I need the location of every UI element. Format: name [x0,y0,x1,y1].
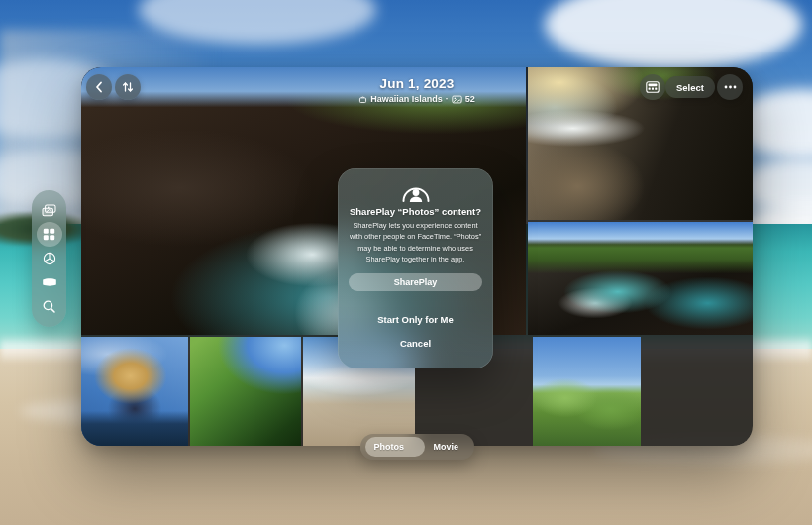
grid-view-button[interactable] [640,74,665,100]
sidebar-item-panoramas[interactable] [37,270,62,294]
photos-tab-sidebar [32,190,66,327]
select-button[interactable]: Select [665,76,715,98]
albums-grid-icon [43,228,55,241]
photo-tile-woman-overlook[interactable] [81,337,188,446]
search-icon [43,300,55,313]
panorama-icon [42,277,57,287]
photo-tile-cactus[interactable] [533,337,641,446]
cancel-button[interactable]: Cancel [338,338,493,349]
sidebar-item-spatial[interactable] [37,247,62,270]
sidebar-item-photos[interactable] [37,198,62,222]
shareplay-dialog: SharePlay “Photos” content? SharePlay le… [338,168,493,368]
sort-arrows-icon [122,81,134,93]
dialog-title: SharePlay “Photos” content? [346,206,485,217]
more-button[interactable] [717,74,743,100]
dialog-body: SharePlay lets you experience content wi… [347,220,484,265]
spatial-sphere-icon [43,252,56,265]
photo-tile-black-sand-cove[interactable] [528,222,753,335]
select-button-label: Select [676,82,704,93]
sidebar-item-albums[interactable] [37,222,62,246]
grid-view-icon [646,81,660,93]
mode-switcher: Photos Movie [360,434,474,460]
tab-movie[interactable]: Movie [418,442,475,452]
back-button[interactable] [86,74,112,100]
photo-tile-sunset[interactable] [643,337,753,446]
shareplay-icon [400,181,432,203]
start-only-for-me-button[interactable]: Start Only for Me [338,314,493,325]
photos-stack-icon [42,204,56,217]
chevron-left-icon [94,81,104,93]
ellipsis-icon [724,85,737,89]
sidebar-item-search[interactable] [37,295,62,319]
shareplay-confirm-label: SharePlay [394,277,438,287]
photo-tile-green-ridge[interactable] [190,337,301,446]
sort-button[interactable] [115,74,141,100]
tab-photos[interactable]: Photos [360,442,418,452]
shareplay-confirm-button[interactable]: SharePlay [349,273,482,291]
